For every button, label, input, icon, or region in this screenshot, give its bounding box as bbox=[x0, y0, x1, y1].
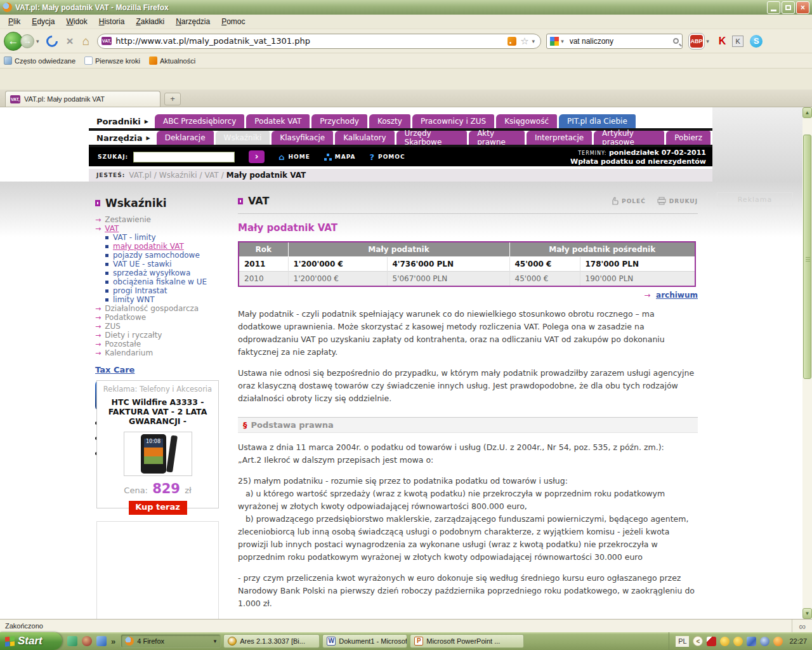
site-tab-pitpl-dla-ciebie[interactable]: PIT.pl dla Ciebie bbox=[559, 114, 636, 128]
close-button[interactable]: × bbox=[796, 1, 809, 14]
reload-button[interactable] bbox=[44, 33, 60, 49]
taskbar-button-ares[interactable]: Ares 2.1.3.3037 [Bi... bbox=[223, 634, 320, 648]
menu-pomoc[interactable]: Pomoc bbox=[216, 15, 251, 28]
site-tab-pobierz[interactable]: Pobierz bbox=[666, 131, 710, 145]
scroll-up-button[interactable]: ▲ bbox=[802, 107, 812, 118]
taxcare-link[interactable]: Tax Care bbox=[95, 365, 134, 375]
sidebar-item-pozostale[interactable]: →Pozostałe bbox=[95, 340, 219, 348]
scrollbar-thumb[interactable] bbox=[803, 135, 811, 379]
breadcrumb-vat[interactable]: VAT bbox=[205, 171, 219, 180]
url-input[interactable] bbox=[115, 36, 505, 46]
bookmark-star-icon[interactable]: ☆ bbox=[520, 36, 528, 47]
site-tab-koszty[interactable]: Koszty bbox=[369, 114, 410, 128]
breadcrumb-vatpl[interactable]: VAT.pl bbox=[129, 171, 151, 180]
url-bar[interactable]: VAT, ☆ ▾ bbox=[97, 34, 541, 49]
site-home-link[interactable]: ⌂ HOME bbox=[278, 152, 310, 162]
sidebar-item-vat[interactable]: →VAT bbox=[95, 224, 219, 233]
site-tab-ksiegowosc[interactable]: Księgowość bbox=[496, 114, 557, 128]
site-tab-akty-prawne[interactable]: Akty prawne bbox=[469, 131, 525, 145]
site-search-go-button[interactable]: › bbox=[249, 150, 265, 163]
vertical-scrollbar[interactable]: ▲ ▼ bbox=[802, 107, 812, 619]
quicklaunch-more-chevron[interactable]: » bbox=[111, 637, 115, 646]
sidebar-item-podatkowe[interactable]: →Podatkowe bbox=[95, 313, 219, 322]
bookmark-pierwsze-kroki[interactable]: Pierwsze kroki bbox=[84, 56, 140, 65]
site-tab-kalkulatory[interactable]: Kalkulatory bbox=[335, 131, 394, 145]
menu-historia[interactable]: Historia bbox=[93, 15, 131, 28]
k-addon-icon[interactable]: K bbox=[732, 36, 743, 47]
sidebar-item-vat-limity[interactable]: VAT - limity bbox=[95, 233, 219, 242]
menu-zakladki[interactable]: Zakładki bbox=[130, 15, 170, 28]
sidebar-item-zestawienie[interactable]: →Zestawienie bbox=[95, 215, 219, 224]
site-tab-urzedy-skarbowe[interactable]: Urzędy Skarbowe bbox=[396, 131, 468, 145]
quicklaunch-icon-2[interactable] bbox=[82, 636, 92, 646]
sidebar-item-zus[interactable]: →ZUS bbox=[95, 322, 219, 331]
archiwum-link[interactable]: archiwum bbox=[656, 291, 698, 300]
search-magnifier-icon[interactable] bbox=[673, 38, 679, 44]
google-icon[interactable] bbox=[550, 37, 559, 46]
quicklaunch-icon-3[interactable] bbox=[96, 636, 107, 646]
search-engine-dropdown[interactable]: ▾ bbox=[561, 38, 564, 44]
minimize-button[interactable] bbox=[767, 1, 780, 14]
adobe-reader-tray-icon[interactable] bbox=[707, 637, 716, 646]
menu-widok[interactable]: Widok bbox=[60, 15, 93, 28]
sidebar-item-progi-intrastat[interactable]: progi Intrastat bbox=[95, 286, 219, 295]
language-indicator[interactable]: PL bbox=[676, 636, 689, 647]
sidebar-item-dzialalnosc-gospodarcza[interactable]: →Działalność gospodarcza bbox=[95, 304, 219, 313]
stop-button[interactable]: × bbox=[67, 36, 74, 47]
restore-button[interactable] bbox=[782, 1, 795, 14]
web-search-box[interactable]: ▾ bbox=[546, 34, 683, 49]
gadu-tray-icon-2[interactable] bbox=[733, 637, 743, 646]
site-pomoc-link[interactable]: ? POMOC bbox=[369, 152, 405, 162]
site-tab-podatek-vat[interactable]: Podatek VAT bbox=[246, 114, 310, 128]
sidebar-item-sprzedaz-wysylkowa[interactable]: sprzedaż wysyłkowa bbox=[95, 269, 219, 277]
quicklaunch-icon-1[interactable] bbox=[67, 636, 77, 646]
nav-label-narzedzia[interactable]: Narzędzia ▶ bbox=[89, 131, 157, 145]
sidebar-item-obciazenia-fiskalne[interactable]: obciążenia fiskalne w UE bbox=[95, 277, 219, 286]
nav-label-poradniki[interactable]: Poradniki ▶ bbox=[89, 114, 155, 128]
polec-button[interactable]: POLEĆ bbox=[610, 197, 646, 205]
drukuj-button[interactable]: DRUKUJ bbox=[657, 197, 698, 205]
sidebar-item-pojazdy-samochodowe[interactable]: pojazdy samochodowe bbox=[95, 251, 219, 260]
bookmark-czesto-odwiedzane[interactable]: Często odwiedzane bbox=[4, 56, 75, 65]
infinity-addon-icon[interactable]: ∞ bbox=[792, 620, 812, 632]
site-tab-przychody[interactable]: Przychody bbox=[311, 114, 367, 128]
site-tab-pracownicy-zus[interactable]: Pracownicy i ZUS bbox=[412, 114, 494, 128]
kaspersky-icon[interactable]: K bbox=[719, 36, 726, 47]
home-button[interactable]: ⌂ bbox=[82, 34, 89, 48]
sidebar-item-limity-wnt[interactable]: limity WNT bbox=[95, 295, 219, 304]
taskbar-button-word[interactable]: W Dokument1 - Microsof... bbox=[322, 634, 407, 648]
site-tab-deklaracje[interactable]: Deklaracje bbox=[157, 131, 214, 145]
url-dropdown[interactable]: ▾ bbox=[532, 38, 535, 44]
site-tab-artykuly-prasowe[interactable]: Artykuły prasowe bbox=[594, 131, 664, 145]
rss-icon[interactable] bbox=[508, 37, 516, 46]
ares-tray-icon[interactable] bbox=[760, 637, 769, 646]
forward-button[interactable]: → bbox=[20, 34, 34, 48]
site-search-input[interactable] bbox=[133, 152, 235, 162]
taskbar-button-powerpoint[interactable]: P Microsoft PowerPoint ... bbox=[410, 634, 524, 648]
network-tray-icon[interactable] bbox=[747, 637, 756, 646]
adblock-dropdown[interactable]: ▾ bbox=[706, 38, 709, 44]
sidebar-item-kalendarium[interactable]: →Kalendarium bbox=[95, 348, 219, 357]
sidebar-item-diety-ryczalty[interactable]: →Diety i ryczałty bbox=[95, 331, 219, 340]
breadcrumb-wskazniki[interactable]: Wskaźniki bbox=[159, 171, 197, 180]
site-tab-wskazniki-active[interactable]: Wskaźniki bbox=[216, 131, 270, 145]
gadu-tray-icon-1[interactable] bbox=[720, 637, 730, 646]
kup-teraz-button[interactable]: Kup teraz bbox=[129, 501, 187, 515]
site-tab-abc-przedsiebiorcy[interactable]: ABC Przedsiębiorcy bbox=[155, 114, 244, 128]
ad-product-title[interactable]: HTC Wildfire A3333 - FAKTURA VAT - 2 LAT… bbox=[97, 397, 218, 426]
history-dropdown[interactable]: ▾ bbox=[36, 38, 39, 44]
scroll-down-button[interactable]: ▼ bbox=[802, 608, 812, 619]
skype-icon[interactable]: S bbox=[750, 35, 763, 48]
sidebar-item-vat-ue-stawki[interactable]: VAT UE - stawki bbox=[95, 260, 219, 269]
menu-plik[interactable]: Plik bbox=[3, 15, 26, 28]
start-button[interactable]: Start bbox=[0, 632, 62, 650]
orange-tray-icon[interactable] bbox=[773, 637, 783, 646]
site-tab-klasyfikacje[interactable]: Klasyfikacje bbox=[272, 131, 333, 145]
site-mapa-link[interactable]: MAPA bbox=[324, 154, 356, 161]
browser-tab[interactable]: VAT, VAT.pl: Mały podatnik VAT bbox=[5, 91, 160, 107]
site-tab-interpretacje[interactable]: Interpretacje bbox=[527, 131, 592, 145]
tray-collapse-chevron[interactable]: < bbox=[693, 636, 703, 646]
ad-product-image[interactable]: 10:08 bbox=[124, 432, 192, 476]
new-tab-button[interactable]: + bbox=[164, 93, 181, 105]
web-search-input[interactable] bbox=[570, 37, 673, 46]
